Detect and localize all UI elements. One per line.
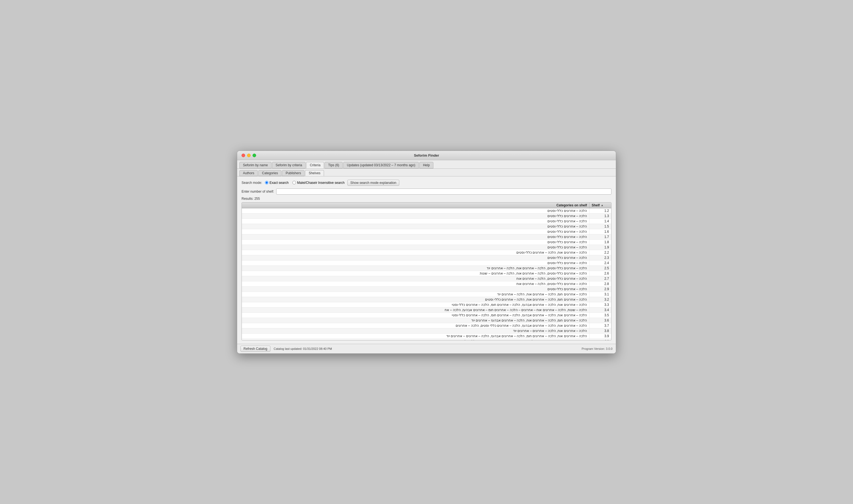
cell-shelf: 3.6	[589, 318, 611, 323]
table-row[interactable]: הלכה – אחרונים כללי וסטים 1.7	[242, 234, 611, 240]
content-area: Search mode: Exact search Malei/Chaseir …	[237, 176, 616, 344]
shelf-number-input[interactable]	[276, 188, 612, 195]
cell-shelf: 1.4	[589, 219, 611, 224]
main-window: Seforim Finder Seforim by name Seforim b…	[237, 150, 616, 354]
cell-shelf: 2.9	[589, 287, 611, 292]
table-row[interactable]: הלכה – אחרונים אוח, הלכה – אחרונים אבהעז…	[242, 323, 611, 328]
cell-categories: הלכה – אחרונים אוח, הלכה – אחרונים אבהעז…	[242, 323, 589, 328]
tab-tips[interactable]: Tips (6)	[325, 162, 343, 168]
cell-shelf: 2.4	[589, 260, 611, 266]
cell-shelf: 1.9	[589, 245, 611, 250]
column-header-categories[interactable]: Categories on shelf	[242, 202, 589, 208]
show-search-mode-explanation-button[interactable]: Show search mode explanation	[347, 180, 399, 186]
tab-updates[interactable]: Updates (updated 03/13/2022 – 7 months a…	[343, 162, 419, 168]
cell-shelf: 3.7	[589, 323, 611, 328]
table-row[interactable]: הלכה – שונות, הלכה – אחרונים אוח – אחרונ…	[242, 307, 611, 313]
cell-shelf: 2.3	[589, 255, 611, 260]
cell-categories: הלכה – אחרונים אוח, הלכה – אחרונים חומ, …	[242, 334, 589, 339]
radio-malei-chaseir-label: Malei/Chaseir Insensitive search	[297, 181, 345, 185]
tab-criteria[interactable]: Criteria	[306, 162, 324, 168]
table-row[interactable]: הלכה – אחרונים אוח, הלכה – אחרונים אבהעז…	[242, 313, 611, 318]
table-row[interactable]: הלכה – אחרונים כללי וסטים 1.5	[242, 224, 611, 229]
status-bar: Refresh Catalog Catalog last updated: 01…	[237, 344, 616, 354]
cell-shelf: 3.4	[589, 307, 611, 312]
cell-shelf: 3.1	[589, 292, 611, 297]
cell-categories: הלכה – אחרונים כללי וסטים	[242, 229, 589, 234]
shelf-number-row: Enter number of shelf:	[241, 188, 612, 195]
sort-arrow-icon: ▲	[601, 204, 603, 206]
sub-tab-bar: Authors Categories Publishers Shelves	[237, 169, 616, 176]
table-row[interactable]: הלכה – אחרונים אוח, הלכה – אחרונים כללי …	[242, 250, 611, 255]
table-header: Categories on shelf Shelf ▲	[242, 202, 611, 208]
table-row[interactable]: הלכה – אחרונים כללי וסטים, הלכה – אחרוני…	[242, 282, 611, 287]
table-row[interactable]: הלכה – אחרונים כללי וסטים 1.9	[242, 245, 611, 250]
minimize-button[interactable]	[247, 154, 251, 157]
cell-shelf: 3.9	[589, 334, 611, 339]
radio-malei-chaseir-input[interactable]	[292, 181, 296, 184]
table-row[interactable]: הלכה – אחרונים חומ, הלכה – אחרונים אוח, …	[242, 318, 611, 323]
table-row[interactable]: הלכה – אחרונים כללי וסטים 1.6	[242, 229, 611, 234]
cell-categories: הלכה – אחרונים כללי וסטים	[242, 214, 589, 218]
cell-shelf: 3.2	[589, 297, 611, 302]
table-row[interactable]: הלכה – אחרונים כללי וסטים 1.4	[242, 219, 611, 224]
table-row[interactable]: מוסר ועניני אגדה – מועדים – שונות, הלכה …	[242, 339, 611, 340]
radio-malei-chaseir[interactable]: Malei/Chaseir Insensitive search	[292, 181, 345, 185]
cell-categories: מוסר ועניני אגדה – מועדים – שונות, הלכה …	[242, 339, 589, 340]
title-bar: Seforim Finder	[237, 151, 616, 160]
table-row[interactable]: הלכה – אחרונים כללי וסטים 2.3	[242, 255, 611, 260]
table-row[interactable]: הלכה – אחרונים חומ, הלכה – אחרונים אוח, …	[242, 297, 611, 302]
cell-shelf: 2.7	[589, 276, 611, 281]
refresh-catalog-button[interactable]: Refresh Catalog	[240, 346, 270, 352]
radio-exact-search[interactable]: Exact search	[265, 181, 289, 185]
maximize-button[interactable]	[253, 154, 256, 157]
table-row[interactable]: הלכה – אחרונים חומ, הלכה – אחרונים אוח, …	[242, 292, 611, 297]
table-row[interactable]: הלכה – אחרונים כללי וסטים 2.9	[242, 287, 611, 292]
cell-shelf: 3.3	[589, 302, 611, 307]
cell-shelf: 3.5	[589, 313, 611, 318]
window-title: Seforim Finder	[414, 154, 439, 158]
search-mode-label: Search mode:	[241, 181, 262, 185]
table-row[interactable]: הלכה – אחרונים אוח, הלכה – אחרונים חומ, …	[242, 334, 611, 339]
cell-categories: הלכה – אחרונים חומ, הלכה – אחרונים אוח, …	[242, 292, 589, 297]
tab-seforim-by-name[interactable]: Seforim by name	[239, 162, 272, 168]
sub-tab-shelves[interactable]: Shelves	[305, 170, 324, 176]
cell-shelf: 3.8	[589, 328, 611, 334]
cell-categories: הלכה – שונות, הלכה – אחרונים אוח – אחרונ…	[242, 307, 589, 312]
sub-tab-categories[interactable]: Categories	[258, 170, 282, 176]
close-button[interactable]	[241, 154, 245, 157]
search-mode-row: Search mode: Exact search Malei/Chaseir …	[241, 180, 612, 186]
table-row[interactable]: הלכה – אחרונים כללי וסטים 1.2	[242, 208, 611, 214]
table-row[interactable]: הלכה – אחרונים כללי וסטים, הלכה – אחרוני…	[242, 271, 611, 276]
results-table: Categories on shelf Shelf ▲ הלכה – אחרונ…	[241, 202, 612, 341]
cell-categories: הלכה – אחרונים אוח, הלכה – אחרונים כללי …	[242, 250, 589, 255]
table-row[interactable]: הלכה – אחרונים כללי וסטים, הלכה – אחרוני…	[242, 266, 611, 271]
cell-categories: הלכה – אחרונים חומ, הלכה – אחרונים אוח, …	[242, 297, 589, 302]
table-row[interactable]: הלכה – אחרונים כללי וסטים 1.3	[242, 214, 611, 219]
table-row[interactable]: הלכה – אחרונים כללי וסטים 2.4	[242, 260, 611, 266]
cell-shelf: 1.2	[589, 208, 611, 213]
table-row[interactable]: הלכה – אחרונים אוח, הלכה – אחרונים אבהעז…	[242, 302, 611, 307]
cell-categories: הלכה – אחרונים כללי וסטים, הלכה – אחרוני…	[242, 266, 589, 271]
tab-help[interactable]: Help	[419, 162, 433, 168]
program-version: Program Version: 3.0.0	[581, 347, 613, 350]
cell-shelf: 1.7	[589, 234, 611, 239]
cell-categories: הלכה – אחרונים אוח, הלכה – אחרונים אבהעז…	[242, 302, 589, 307]
column-header-shelf[interactable]: Shelf ▲	[589, 202, 611, 208]
cell-categories: הלכה – אחרונים כללי וסטים, הלכה – אחרוני…	[242, 276, 589, 281]
shelf-number-label: Enter number of shelf:	[241, 190, 274, 194]
cell-shelf: 1.3	[589, 214, 611, 218]
table-row[interactable]: הלכה – אחרונים כללי וסטים 1.8	[242, 240, 611, 245]
sub-tab-authors[interactable]: Authors	[239, 170, 258, 176]
table-body[interactable]: הלכה – אחרונים כללי וסטים 1.2 הלכה – אחר…	[242, 208, 611, 340]
radio-exact-search-input[interactable]	[265, 181, 269, 184]
sub-tab-publishers[interactable]: Publishers	[282, 170, 305, 176]
table-row[interactable]: הלכה – אחרונים אוח, הלכה – אחרונים – אחר…	[242, 328, 611, 334]
cell-shelf: 1.5	[589, 224, 611, 229]
cell-categories: הלכה – אחרונים אוח, הלכה – אחרונים אבהעז…	[242, 313, 589, 318]
traffic-lights	[241, 154, 256, 157]
tab-seforim-by-criteria[interactable]: Seforim by criteria	[272, 162, 306, 168]
cell-shelf: 4.1	[589, 339, 611, 340]
cell-categories: הלכה – אחרונים כללי וסטים, הלכה – אחרוני…	[242, 282, 589, 286]
table-row[interactable]: הלכה – אחרונים כללי וסטים, הלכה – אחרוני…	[242, 276, 611, 282]
cell-categories: הלכה – אחרונים כללי וסטים	[242, 224, 589, 229]
